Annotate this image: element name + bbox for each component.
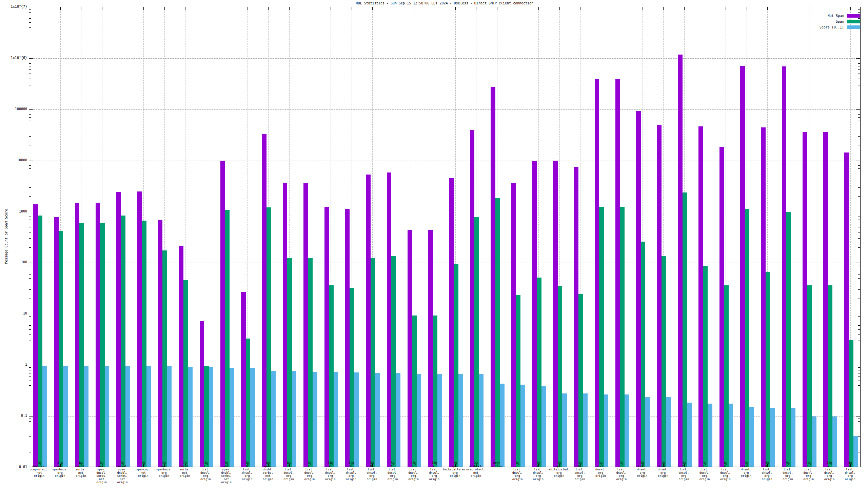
y-minor-tick xyxy=(29,66,31,66)
y-minor-tick xyxy=(29,163,31,163)
y-minor-tick xyxy=(29,125,31,125)
bar-score-0-1 xyxy=(541,386,546,467)
h-gridline xyxy=(29,212,860,212)
y-minor-tick xyxy=(29,165,31,166)
y-minor-tick xyxy=(858,136,860,137)
x-tick xyxy=(601,7,601,10)
y-minor-tick xyxy=(858,168,860,169)
y-major-tick xyxy=(856,58,860,59)
bar-not-spam xyxy=(408,230,412,467)
y-tick-label: 0.1 xyxy=(3,414,27,418)
y-minor-tick xyxy=(858,367,860,368)
y-major-tick xyxy=(29,365,33,365)
y-minor-tick xyxy=(858,401,860,401)
bar-spam xyxy=(433,316,438,467)
x-tick xyxy=(102,7,102,10)
bar-score-0-1 xyxy=(708,404,712,467)
bar-score-0-1 xyxy=(645,397,650,467)
y-minor-tick xyxy=(858,181,860,181)
y-minor-tick xyxy=(29,112,31,112)
y-major-tick xyxy=(856,314,860,314)
bar-not-spam xyxy=(740,66,745,467)
y-major-tick xyxy=(856,416,860,416)
y-minor-tick xyxy=(29,424,31,424)
y-axis-label: Message Count or Spam Score xyxy=(4,192,8,281)
bar-not-spam xyxy=(615,79,620,467)
bar-not-spam xyxy=(345,209,350,467)
bar-spam xyxy=(724,285,729,467)
bar-score-0-1 xyxy=(437,374,442,467)
bar-score-0-1 xyxy=(666,397,671,467)
bar-not-spam xyxy=(678,55,683,467)
y-minor-tick xyxy=(29,334,31,334)
y-minor-tick xyxy=(29,322,31,322)
y-minor-tick xyxy=(858,85,860,85)
bar-score-0-1 xyxy=(770,408,775,467)
y-minor-tick xyxy=(29,168,31,169)
h-gridline xyxy=(29,109,860,110)
x-tick xyxy=(60,7,61,10)
y-minor-tick xyxy=(858,436,860,437)
bar-score-0-1 xyxy=(625,394,629,467)
y-minor-tick xyxy=(858,271,860,271)
bar-not-spam xyxy=(324,207,329,467)
y-minor-tick xyxy=(29,34,31,34)
bar-score-0-1 xyxy=(500,384,505,467)
y-minor-tick xyxy=(858,377,860,377)
y-minor-tick xyxy=(29,299,31,299)
bar-not-spam xyxy=(657,125,662,467)
y-minor-tick xyxy=(29,432,31,432)
y-minor-tick xyxy=(29,268,31,268)
x-tick xyxy=(414,7,414,10)
y-major-tick xyxy=(29,416,33,416)
y-tick-label: 1000 xyxy=(3,210,27,213)
y-minor-tick xyxy=(858,66,860,66)
y-minor-tick xyxy=(858,268,860,268)
bar-score-0-1 xyxy=(292,371,297,467)
bar-spam xyxy=(142,221,146,467)
bar-score-0-1 xyxy=(313,372,317,467)
bar-not-spam xyxy=(844,152,849,467)
bar-score-0-1 xyxy=(520,385,525,467)
y-minor-tick xyxy=(858,43,860,43)
y-minor-tick xyxy=(29,69,31,70)
y-minor-tick xyxy=(29,61,31,61)
y-minor-tick xyxy=(29,238,31,239)
legend-entry-not-spam: Not Spam xyxy=(820,13,860,19)
h-gridline xyxy=(29,365,860,365)
y-major-tick xyxy=(856,263,860,263)
x-tick xyxy=(747,7,747,10)
h-gridline xyxy=(29,161,860,161)
x-tick xyxy=(435,7,435,10)
y-minor-tick xyxy=(29,265,31,265)
bar-not-spam xyxy=(387,172,392,467)
y-minor-tick xyxy=(858,227,860,227)
x-tick xyxy=(40,7,40,10)
bar-score-0-1 xyxy=(687,403,692,467)
legend-label: Not Spam xyxy=(828,14,844,18)
bar-spam xyxy=(662,256,666,467)
x-tick xyxy=(393,7,393,10)
y-minor-tick xyxy=(29,217,31,217)
y-major-tick xyxy=(856,365,860,365)
y-minor-tick xyxy=(29,436,31,437)
bar-not-spam xyxy=(595,79,599,467)
bar-spam xyxy=(828,285,833,467)
y-minor-tick xyxy=(858,452,860,452)
h-gridline xyxy=(29,416,860,416)
bar-not-spam xyxy=(303,183,308,467)
y-minor-tick xyxy=(858,238,860,239)
legend: Not Spam Spam Score (0..1) xyxy=(820,13,860,30)
x-tick xyxy=(809,7,809,10)
y-minor-tick xyxy=(29,220,31,220)
y-minor-tick xyxy=(858,428,860,428)
bar-spam xyxy=(79,223,84,467)
bar-spam xyxy=(267,207,271,467)
y-minor-tick xyxy=(29,274,31,274)
y-major-tick xyxy=(29,58,33,59)
bar-not-spam xyxy=(428,230,433,467)
y-major-tick xyxy=(29,263,33,263)
bar-score-0-1 xyxy=(562,393,567,467)
y-minor-tick xyxy=(29,247,31,248)
y-minor-tick xyxy=(858,350,860,350)
